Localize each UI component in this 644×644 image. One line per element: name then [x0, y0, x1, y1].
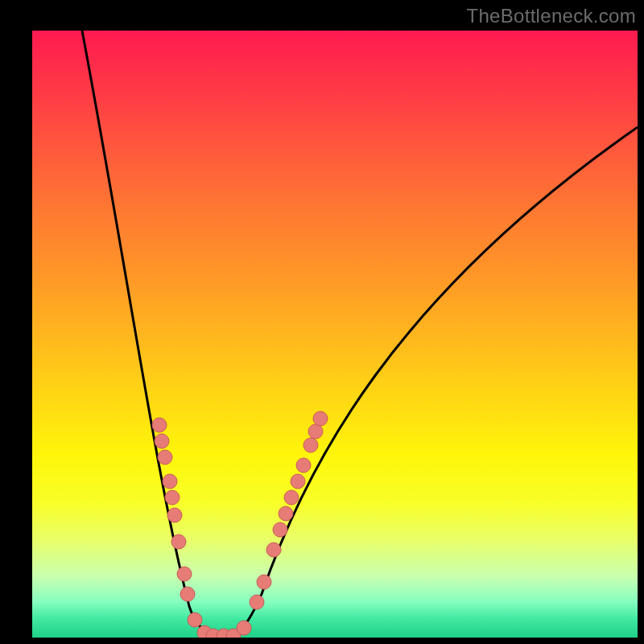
outer-frame: TheBottleneck.com — [0, 0, 644, 644]
curve-svg — [32, 31, 638, 638]
curve-marker — [165, 490, 180, 505]
curve-marker — [250, 595, 264, 609]
curve-markers — [152, 411, 328, 638]
curve-marker — [167, 508, 182, 522]
curve-marker — [273, 522, 287, 537]
watermark-text: TheBottleneck.com — [466, 5, 636, 27]
curve-marker — [291, 474, 305, 489]
curve-marker — [266, 543, 281, 557]
curve-marker — [296, 458, 311, 473]
curve-marker — [163, 474, 177, 489]
curve-marker — [279, 506, 293, 521]
curve-marker — [155, 434, 169, 448]
curve-marker — [284, 490, 299, 505]
bottleneck-curve — [82, 31, 638, 636]
curve-marker — [158, 450, 172, 464]
curve-marker — [303, 438, 318, 452]
curve-marker — [308, 424, 323, 439]
curve-marker — [313, 411, 328, 426]
curve-path — [82, 31, 638, 636]
curve-marker — [152, 418, 167, 432]
curve-marker — [188, 613, 202, 627]
curve-marker — [171, 535, 186, 549]
curve-marker — [237, 621, 251, 635]
plot-area — [32, 31, 638, 638]
curve-marker — [180, 587, 195, 601]
curve-marker — [257, 575, 271, 589]
curve-marker — [177, 567, 192, 581]
